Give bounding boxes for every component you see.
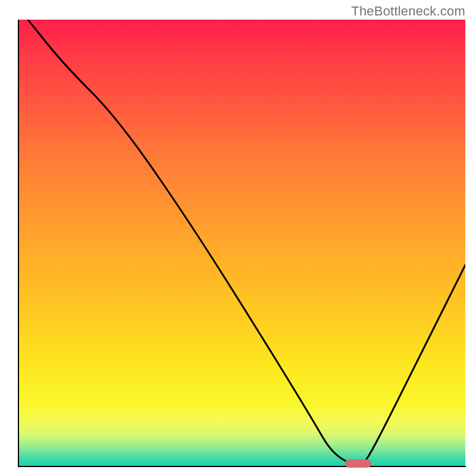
bottleneck-chart: TheBottleneck.com [0,0,476,476]
line-series [19,20,465,466]
x-axis [18,466,466,467]
watermark-text: TheBottleneck.com [351,4,465,19]
bottleneck-curve-path [28,20,465,466]
optimum-marker [345,459,371,468]
